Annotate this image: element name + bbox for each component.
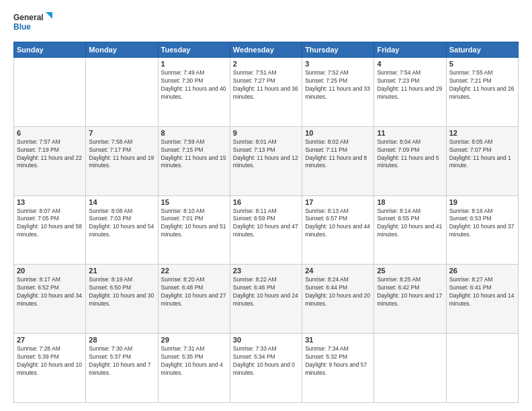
svg-text:Blue: Blue [13, 22, 31, 32]
calendar-cell: 13Sunrise: 8:07 AM Sunset: 7:05 PM Dayli… [14, 195, 86, 265]
calendar-cell: 22Sunrise: 8:20 AM Sunset: 6:48 PM Dayli… [158, 265, 230, 334]
calendar-cell [86, 58, 158, 127]
calendar-cell: 27Sunrise: 7:28 AM Sunset: 5:39 PM Dayli… [14, 334, 86, 403]
calendar-cell: 5Sunrise: 7:55 AM Sunset: 7:21 PM Daylig… [446, 58, 518, 127]
day-of-week-header: Thursday [302, 42, 374, 58]
day-number: 6 [17, 129, 83, 137]
calendar-week-row: 6Sunrise: 7:57 AM Sunset: 7:19 PM Daylig… [14, 126, 519, 195]
day-of-week-header: Tuesday [158, 42, 230, 58]
logo: General Blue [13, 11, 54, 35]
calendar-cell: 23Sunrise: 8:22 AM Sunset: 6:46 PM Dayli… [230, 265, 302, 334]
day-info: Sunrise: 8:22 AM Sunset: 6:46 PM Dayligh… [233, 276, 299, 308]
calendar-cell: 26Sunrise: 8:27 AM Sunset: 6:41 PM Dayli… [446, 265, 518, 334]
calendar-cell: 17Sunrise: 8:13 AM Sunset: 6:57 PM Dayli… [302, 195, 374, 265]
day-info: Sunrise: 8:24 AM Sunset: 6:44 PM Dayligh… [305, 276, 371, 308]
calendar-cell: 31Sunrise: 7:34 AM Sunset: 5:32 PM Dayli… [302, 334, 374, 403]
day-number: 29 [161, 336, 227, 344]
day-number: 2 [233, 60, 299, 68]
calendar-header-row: SundayMondayTuesdayWednesdayThursdayFrid… [14, 42, 519, 58]
calendar-week-row: 1Sunrise: 7:49 AM Sunset: 7:30 PM Daylig… [14, 58, 519, 127]
day-number: 7 [89, 129, 154, 137]
day-info: Sunrise: 8:17 AM Sunset: 6:52 PM Dayligh… [17, 276, 83, 308]
day-number: 11 [377, 129, 443, 137]
day-number: 19 [449, 198, 515, 206]
day-number: 12 [449, 129, 515, 137]
day-info: Sunrise: 7:55 AM Sunset: 7:21 PM Dayligh… [449, 69, 515, 101]
day-info: Sunrise: 8:25 AM Sunset: 6:42 PM Dayligh… [377, 276, 443, 308]
calendar-cell: 20Sunrise: 8:17 AM Sunset: 6:52 PM Dayli… [14, 265, 86, 334]
day-info: Sunrise: 8:02 AM Sunset: 7:11 PM Dayligh… [305, 138, 371, 171]
header: General Blue [13, 11, 519, 35]
day-of-week-header: Friday [374, 42, 446, 58]
calendar-cell [14, 58, 86, 127]
day-number: 15 [161, 198, 227, 206]
day-info: Sunrise: 8:19 AM Sunset: 6:50 PM Dayligh… [89, 276, 154, 308]
day-number: 31 [305, 336, 371, 344]
calendar-cell: 9Sunrise: 8:01 AM Sunset: 7:13 PM Daylig… [230, 126, 302, 195]
day-number: 27 [17, 336, 83, 344]
calendar-cell: 8Sunrise: 7:59 AM Sunset: 7:15 PM Daylig… [158, 126, 230, 195]
day-info: Sunrise: 7:54 AM Sunset: 7:23 PM Dayligh… [377, 69, 443, 101]
day-number: 18 [377, 198, 443, 206]
day-info: Sunrise: 8:08 AM Sunset: 7:03 PM Dayligh… [89, 208, 154, 240]
calendar-cell: 7Sunrise: 7:58 AM Sunset: 7:17 PM Daylig… [86, 126, 158, 195]
day-number: 30 [233, 336, 299, 344]
day-info: Sunrise: 8:20 AM Sunset: 6:48 PM Dayligh… [161, 276, 227, 308]
calendar-cell: 28Sunrise: 7:30 AM Sunset: 5:37 PM Dayli… [86, 334, 158, 403]
calendar-cell [446, 334, 518, 403]
day-number: 22 [161, 267, 227, 275]
day-number: 24 [305, 267, 371, 275]
day-number: 23 [233, 267, 299, 275]
day-info: Sunrise: 7:52 AM Sunset: 7:25 PM Dayligh… [305, 69, 371, 101]
svg-text:General: General [13, 13, 44, 22]
day-number: 4 [377, 60, 443, 68]
day-number: 1 [161, 60, 227, 68]
day-info: Sunrise: 8:14 AM Sunset: 6:55 PM Dayligh… [377, 208, 443, 240]
calendar-cell: 19Sunrise: 8:16 AM Sunset: 6:53 PM Dayli… [446, 195, 518, 265]
calendar-cell: 21Sunrise: 8:19 AM Sunset: 6:50 PM Dayli… [86, 265, 158, 334]
day-info: Sunrise: 7:33 AM Sunset: 5:34 PM Dayligh… [233, 345, 299, 377]
day-number: 10 [305, 129, 371, 137]
day-number: 21 [89, 267, 154, 275]
calendar-table: SundayMondayTuesdayWednesdayThursdayFrid… [13, 42, 519, 403]
calendar-cell: 10Sunrise: 8:02 AM Sunset: 7:11 PM Dayli… [302, 126, 374, 195]
day-number: 13 [17, 198, 83, 206]
calendar-cell: 4Sunrise: 7:54 AM Sunset: 7:23 PM Daylig… [374, 58, 446, 127]
calendar-cell: 2Sunrise: 7:51 AM Sunset: 7:27 PM Daylig… [230, 58, 302, 127]
calendar-cell: 30Sunrise: 7:33 AM Sunset: 5:34 PM Dayli… [230, 334, 302, 403]
day-info: Sunrise: 7:31 AM Sunset: 5:35 PM Dayligh… [161, 345, 227, 377]
day-number: 5 [449, 60, 515, 68]
calendar-cell: 3Sunrise: 7:52 AM Sunset: 7:25 PM Daylig… [302, 58, 374, 127]
day-of-week-header: Saturday [446, 42, 518, 58]
day-info: Sunrise: 8:10 AM Sunset: 7:01 PM Dayligh… [161, 208, 227, 240]
day-number: 14 [89, 198, 154, 206]
day-info: Sunrise: 7:51 AM Sunset: 7:27 PM Dayligh… [233, 69, 299, 101]
day-info: Sunrise: 8:01 AM Sunset: 7:13 PM Dayligh… [233, 138, 299, 171]
calendar-cell [374, 334, 446, 403]
day-info: Sunrise: 8:11 AM Sunset: 6:59 PM Dayligh… [233, 208, 299, 240]
day-number: 17 [305, 198, 371, 206]
day-info: Sunrise: 8:13 AM Sunset: 6:57 PM Dayligh… [305, 208, 371, 240]
day-info: Sunrise: 7:57 AM Sunset: 7:19 PM Dayligh… [17, 138, 83, 171]
day-info: Sunrise: 8:07 AM Sunset: 7:05 PM Dayligh… [17, 208, 83, 240]
calendar-cell: 24Sunrise: 8:24 AM Sunset: 6:44 PM Dayli… [302, 265, 374, 334]
calendar-cell: 15Sunrise: 8:10 AM Sunset: 7:01 PM Dayli… [158, 195, 230, 265]
day-info: Sunrise: 7:49 AM Sunset: 7:30 PM Dayligh… [161, 69, 227, 101]
calendar-cell: 6Sunrise: 7:57 AM Sunset: 7:19 PM Daylig… [14, 126, 86, 195]
day-number: 20 [17, 267, 83, 275]
day-number: 26 [449, 267, 515, 275]
day-number: 3 [305, 60, 371, 68]
day-info: Sunrise: 7:34 AM Sunset: 5:32 PM Dayligh… [305, 345, 371, 377]
day-number: 25 [377, 267, 443, 275]
day-number: 9 [233, 129, 299, 137]
day-number: 28 [89, 336, 154, 344]
svg-marker-2 [46, 12, 52, 19]
day-of-week-header: Monday [86, 42, 158, 58]
calendar-cell: 12Sunrise: 8:05 AM Sunset: 7:07 PM Dayli… [446, 126, 518, 195]
day-number: 16 [233, 198, 299, 206]
calendar-cell: 11Sunrise: 8:04 AM Sunset: 7:09 PM Dayli… [374, 126, 446, 195]
calendar-week-row: 27Sunrise: 7:28 AM Sunset: 5:39 PM Dayli… [14, 334, 519, 403]
calendar-cell: 1Sunrise: 7:49 AM Sunset: 7:30 PM Daylig… [158, 58, 230, 127]
day-info: Sunrise: 8:16 AM Sunset: 6:53 PM Dayligh… [449, 208, 515, 240]
calendar-cell: 16Sunrise: 8:11 AM Sunset: 6:59 PM Dayli… [230, 195, 302, 265]
